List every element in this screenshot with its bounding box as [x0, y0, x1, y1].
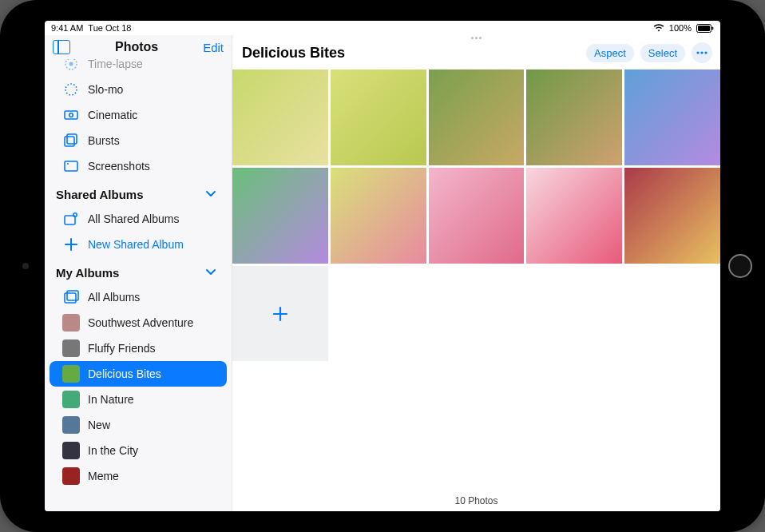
svg-point-17: [700, 51, 703, 54]
sidebar-item-all-albums[interactable]: All Albums: [50, 284, 227, 310]
screen: 9:41 AM Tue Oct 18 100% Photos Edit: [45, 21, 720, 511]
sidebar-item-all-shared-albums[interactable]: All Shared Albums: [50, 206, 227, 232]
sidebar-item-new-shared-album[interactable]: New Shared Album: [50, 232, 227, 257]
sidebar-item-label: Bursts: [88, 134, 120, 147]
svg-point-11: [67, 163, 69, 165]
sidebar-item-label: New Shared Album: [88, 238, 184, 251]
plus-icon: [272, 305, 289, 323]
sidebar-item-label: Slo-mo: [88, 83, 123, 96]
albums-icon: [62, 288, 80, 306]
more-button[interactable]: [692, 42, 712, 63]
cinematic-icon: [62, 106, 80, 124]
album-title: Delicious Bites: [242, 45, 345, 62]
sidebar-toggle-icon[interactable]: [53, 40, 70, 54]
sidebar-header: Photos Edit: [45, 35, 232, 59]
album-thumb: [62, 339, 80, 357]
main-header: Delicious Bites Aspect Select: [232, 39, 720, 69]
sidebar-item-in-the-city[interactable]: In the City: [50, 438, 227, 463]
photo-thumbnail[interactable]: [232, 69, 328, 165]
sidebar-list[interactable]: Time-lapseSlo-moCinematicBurstsScreensho…: [45, 59, 232, 511]
svg-point-4: [69, 62, 73, 66]
aspect-button[interactable]: Aspect: [586, 44, 634, 62]
plus-icon: [62, 236, 80, 253]
sidebar-item-label: Time-lapse: [88, 59, 143, 70]
sidebar-item-label: Fluffy Friends: [88, 342, 156, 355]
photo-grid: [232, 69, 720, 264]
ipad-device-frame: 9:41 AM Tue Oct 18 100% Photos Edit: [0, 0, 765, 532]
sidebar-item-delicious-bites[interactable]: Delicious Bites: [50, 361, 227, 387]
sidebar-item-southwest-adventure[interactable]: Southwest Adventure: [50, 310, 227, 335]
battery-icon: [696, 24, 714, 33]
status-date: Tue Oct 18: [88, 23, 131, 33]
section-shared-albums[interactable]: Shared Albums: [45, 179, 232, 206]
svg-rect-15: [67, 291, 78, 300]
select-button[interactable]: Select: [640, 44, 685, 62]
svg-point-5: [65, 84, 77, 95]
album-thumb: [62, 416, 80, 434]
svg-point-18: [704, 51, 707, 54]
section-my-albums[interactable]: My Albums: [45, 257, 232, 284]
sidebar-item-label: Meme: [88, 470, 119, 482]
svg-point-7: [69, 113, 73, 117]
sidebar-item-screenshots[interactable]: Screenshots: [50, 153, 227, 179]
battery-percentage: 100%: [669, 23, 692, 33]
sidebar: Photos Edit Time-lapseSlo-moCinematicBur…: [45, 35, 232, 511]
sidebar-item-label: Delicious Bites: [88, 367, 161, 380]
photo-thumbnail[interactable]: [526, 168, 622, 264]
svg-rect-12: [65, 216, 75, 224]
bursts-icon: [62, 132, 80, 149]
sidebar-item-bursts[interactable]: Bursts: [50, 128, 227, 153]
album-thumb: [62, 442, 80, 459]
svg-rect-8: [65, 137, 74, 146]
album-thumb: [62, 365, 80, 383]
home-button[interactable]: [728, 254, 752, 278]
sidebar-item-slo-mo[interactable]: Slo-mo: [50, 77, 227, 102]
edit-button[interactable]: Edit: [203, 41, 224, 54]
chevron-down-icon: [203, 264, 220, 281]
sidebar-item-label: New: [88, 419, 110, 431]
photo-thumbnail[interactable]: [624, 69, 720, 165]
photo-thumbnail[interactable]: [624, 168, 720, 264]
photo-thumbnail[interactable]: [331, 69, 426, 165]
add-photo-tile[interactable]: [232, 266, 328, 362]
album-thumb: [62, 467, 80, 485]
sidebar-item-label: Cinematic: [88, 109, 137, 121]
sidebar-item-label: In Nature: [88, 393, 134, 406]
chevron-down-icon: [203, 185, 220, 203]
sidebar-title: Photos: [70, 40, 203, 54]
svg-rect-1: [698, 26, 710, 31]
svg-point-13: [73, 213, 77, 216]
shared-icon: [62, 210, 80, 228]
sidebar-item-new[interactable]: New: [50, 412, 227, 438]
svg-rect-10: [65, 161, 77, 171]
album-thumb: [62, 391, 80, 408]
sidebar-item-in-nature[interactable]: In Nature: [50, 387, 227, 412]
photo-thumbnail[interactable]: [429, 168, 525, 264]
sidebar-item-meme[interactable]: Meme: [50, 463, 227, 489]
slomo-icon: [62, 81, 80, 98]
sidebar-item-fluffy-friends[interactable]: Fluffy Friends: [50, 335, 227, 361]
main-content: Delicious Bites Aspect Select 10 Photos: [232, 35, 720, 511]
svg-rect-2: [712, 26, 714, 30]
photo-thumbnail[interactable]: [429, 69, 525, 165]
status-time: 9:41 AM: [51, 23, 83, 33]
photo-count: 10 Photos: [232, 490, 720, 511]
photo-thumbnail[interactable]: [331, 168, 426, 264]
svg-rect-6: [65, 111, 77, 119]
svg-rect-14: [65, 293, 76, 303]
front-camera: [22, 263, 29, 269]
album-thumb: [62, 314, 80, 332]
photo-thumbnail[interactable]: [232, 168, 328, 264]
svg-rect-9: [67, 134, 77, 144]
sidebar-item-label: All Shared Albums: [88, 212, 179, 225]
sidebar-item-label: Screenshots: [88, 160, 150, 173]
sidebar-item-cinematic[interactable]: Cinematic: [50, 102, 227, 128]
sidebar-item-label: Southwest Adventure: [88, 316, 193, 329]
wifi-icon: [653, 24, 664, 32]
svg-point-16: [696, 51, 699, 54]
timelapse-icon: [62, 59, 80, 73]
photo-thumbnail[interactable]: [526, 69, 622, 165]
status-bar: 9:41 AM Tue Oct 18 100%: [45, 21, 720, 35]
sidebar-item-label: All Albums: [88, 291, 140, 304]
sidebar-item-time-lapse[interactable]: Time-lapse: [50, 59, 227, 77]
